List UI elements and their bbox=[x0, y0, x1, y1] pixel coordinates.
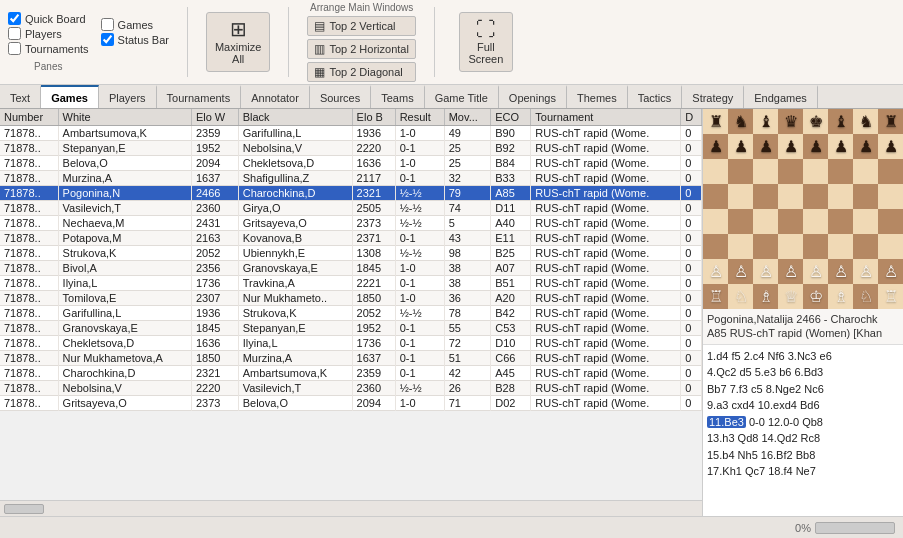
moves-area[interactable]: 1.d4 f5 2.c4 Nf6 3.Nc3 e64.Qc2 d5 5.e3 b… bbox=[703, 345, 903, 516]
toolbar-group-view: Games Status Bar bbox=[101, 18, 169, 46]
chess-square bbox=[803, 159, 828, 184]
table-cell: 2321 bbox=[191, 366, 238, 381]
table-row[interactable]: 71878..Granovskaya,E1845Stepanyan,E19520… bbox=[0, 321, 702, 336]
col-elow[interactable]: Elo W bbox=[191, 109, 238, 126]
tab-annotator[interactable]: Annotator bbox=[241, 85, 310, 108]
tab-game-title[interactable]: Game Title bbox=[425, 85, 499, 108]
tab-games[interactable]: Games bbox=[41, 85, 99, 108]
top2horizontal-button[interactable]: ▥ Top 2 Horizontal bbox=[307, 39, 416, 59]
chess-board-area: ♜♞♝♛♚♝♞♜♟♟♟♟♟♟♟♟♙♙♙♙♙♙♙♙♖♘♗♕♔♗♘♖ bbox=[703, 109, 903, 309]
chess-square bbox=[853, 159, 878, 184]
tab-themes[interactable]: Themes bbox=[567, 85, 628, 108]
tab-teams[interactable]: Teams bbox=[371, 85, 424, 108]
tab-sources[interactable]: Sources bbox=[310, 85, 371, 108]
table-cell: 1936 bbox=[191, 306, 238, 321]
tab-endgames[interactable]: Endgames bbox=[744, 85, 818, 108]
table-cell: 71878.. bbox=[0, 381, 58, 396]
table-cell: 1952 bbox=[352, 321, 395, 336]
table-cell: Granovskaya,E bbox=[58, 321, 191, 336]
table-row[interactable]: 71878..Nebolsina,V2220Vasilevich,T2360½-… bbox=[0, 381, 702, 396]
table-cell: RUS-chT rapid (Wome. bbox=[531, 201, 681, 216]
col-number[interactable]: Number bbox=[0, 109, 58, 126]
fullscreen-button[interactable]: ⛶ FullScreen bbox=[459, 12, 513, 72]
tab-text[interactable]: Text bbox=[0, 85, 41, 108]
tab-tournaments[interactable]: Tournaments bbox=[157, 85, 242, 108]
current-move[interactable]: 11.Be3 bbox=[707, 416, 746, 428]
quick-board-checkbox[interactable] bbox=[8, 12, 21, 25]
table-row[interactable]: 71878..Nechaeva,M2431Gritsayeva,O2373½-½… bbox=[0, 216, 702, 231]
table-cell: 2117 bbox=[352, 171, 395, 186]
players-checkbox[interactable] bbox=[8, 27, 21, 40]
col-elob[interactable]: Elo B bbox=[352, 109, 395, 126]
table-row[interactable]: 71878..Chekletsova,D1636Ilyina,L17360-17… bbox=[0, 336, 702, 351]
chess-square bbox=[703, 234, 728, 259]
table-row[interactable]: 71878..Bivol,A2356Granovskaya,E18451-038… bbox=[0, 261, 702, 276]
top2horizontal-icon: ▥ bbox=[314, 42, 325, 56]
status-bar-right: 0% bbox=[795, 522, 895, 534]
top2diagonal-button[interactable]: ▦ Top 2 Diagonal bbox=[307, 62, 416, 82]
move-line: 4.Qc2 d5 5.e3 b6 6.Bd3 bbox=[707, 364, 899, 381]
horizontal-scrollbar[interactable] bbox=[0, 500, 702, 516]
scrollbar-thumb[interactable] bbox=[4, 504, 44, 514]
chess-square bbox=[828, 184, 853, 209]
table-cell: 0 bbox=[681, 306, 702, 321]
col-eco[interactable]: ECO bbox=[491, 109, 531, 126]
table-cell: ½-½ bbox=[395, 201, 444, 216]
table-cell: 2094 bbox=[191, 156, 238, 171]
table-cell: Charochkina,D bbox=[238, 186, 352, 201]
maximize-all-button[interactable]: ⊞ MaximizeAll bbox=[206, 12, 270, 72]
chess-square: ♙ bbox=[853, 259, 878, 284]
table-cell: 55 bbox=[444, 321, 491, 336]
table-row[interactable]: 71878..Garifullina,L1936Strukova,K2052½-… bbox=[0, 306, 702, 321]
table-cell: 71878.. bbox=[0, 366, 58, 381]
table-row[interactable]: 71878..Belova,O2094Chekletsova,D16361-02… bbox=[0, 156, 702, 171]
table-scroll[interactable]: Number White Elo W Black Elo B Result Mo… bbox=[0, 109, 702, 500]
table-cell: 0 bbox=[681, 336, 702, 351]
table-cell: RUS-chT rapid (Wome. bbox=[531, 246, 681, 261]
table-cell: Ambartsumova,K bbox=[58, 126, 191, 141]
tournaments-checkbox[interactable] bbox=[8, 42, 21, 55]
table-row[interactable]: 71878..Nur Mukhametova,A1850Murzina,A163… bbox=[0, 351, 702, 366]
table-row[interactable]: 71878..Tomilova,E2307Nur Mukhameto..1850… bbox=[0, 291, 702, 306]
table-cell: Granovskaya,E bbox=[238, 261, 352, 276]
table-row[interactable]: 71878..Gritsayeva,O2373Belova,O20941-071… bbox=[0, 396, 702, 411]
col-black[interactable]: Black bbox=[238, 109, 352, 126]
table-row[interactable]: 71878..Potapova,M2163Kovanova,B23710-143… bbox=[0, 231, 702, 246]
tab-strategy[interactable]: Strategy bbox=[682, 85, 744, 108]
statusbar-checkbox[interactable] bbox=[101, 33, 114, 46]
top2vertical-button[interactable]: ▤ Top 2 Vertical bbox=[307, 16, 416, 36]
move-line: 1.d4 f5 2.c4 Nf6 3.Nc3 e6 bbox=[707, 348, 899, 365]
table-cell: 2360 bbox=[191, 201, 238, 216]
table-row[interactable]: 71878..Stepanyan,E1952Nebolsina,V22200-1… bbox=[0, 141, 702, 156]
tab-players[interactable]: Players bbox=[99, 85, 157, 108]
table-cell: RUS-chT rapid (Wome. bbox=[531, 276, 681, 291]
table-row[interactable]: 71878..Strukova,K2052Ubiennykh,E1308½-½9… bbox=[0, 246, 702, 261]
table-cell: ½-½ bbox=[395, 306, 444, 321]
tab-openings[interactable]: Openings bbox=[499, 85, 567, 108]
table-row[interactable]: 71878..Charochkina,D2321Ambartsumova,K23… bbox=[0, 366, 702, 381]
table-cell: 71878.. bbox=[0, 186, 58, 201]
table-row[interactable]: 71878..Vasilevich,T2360Girya,O2505½-½74D… bbox=[0, 201, 702, 216]
divider-1 bbox=[187, 7, 188, 77]
col-result[interactable]: Result bbox=[395, 109, 444, 126]
col-tournament[interactable]: Tournament bbox=[531, 109, 681, 126]
col-moves[interactable]: Mov... bbox=[444, 109, 491, 126]
table-cell: 0 bbox=[681, 321, 702, 336]
table-row[interactable]: 71878..Pogonina,N2466Charochkina,D2321½-… bbox=[0, 186, 702, 201]
table-cell: 0 bbox=[681, 396, 702, 411]
col-white[interactable]: White bbox=[58, 109, 191, 126]
chess-square: ♗ bbox=[753, 284, 778, 309]
table-cell: Belova,O bbox=[58, 156, 191, 171]
tab-tactics[interactable]: Tactics bbox=[628, 85, 683, 108]
table-row[interactable]: 71878..Ambartsumova,K2359Garifullina,L19… bbox=[0, 126, 702, 141]
table-row[interactable]: 71878..Ilyina,L1736Travkina,A22210-138B5… bbox=[0, 276, 702, 291]
table-cell: 71878.. bbox=[0, 171, 58, 186]
table-cell: ½-½ bbox=[395, 246, 444, 261]
game-opening: A85 RUS-chT rapid (Women) [Khan bbox=[707, 326, 899, 340]
table-row[interactable]: 71878..Murzina,A1637Shafigullina,Z21170-… bbox=[0, 171, 702, 186]
table-cell: 71 bbox=[444, 396, 491, 411]
chess-square: ♔ bbox=[803, 284, 828, 309]
table-cell: Potapova,M bbox=[58, 231, 191, 246]
col-d[interactable]: D bbox=[681, 109, 702, 126]
games-checkbox[interactable] bbox=[101, 18, 114, 31]
